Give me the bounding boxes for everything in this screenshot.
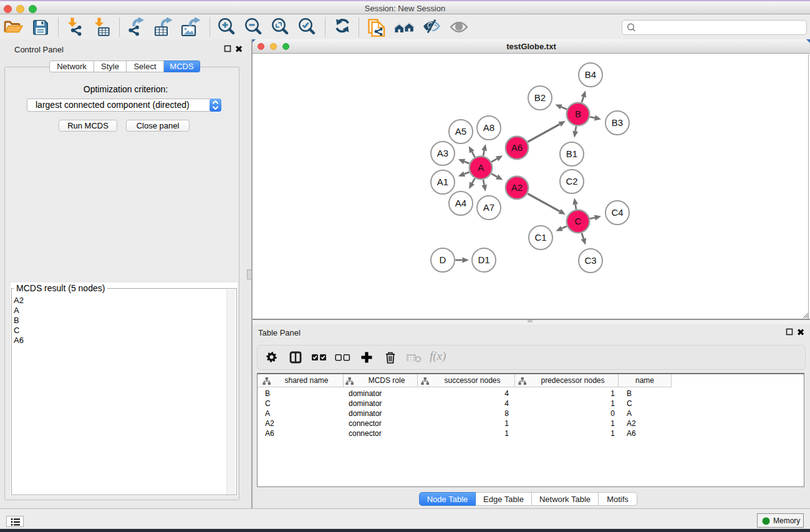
svg-text:A1: A1 bbox=[437, 177, 448, 187]
svg-text:C4: C4 bbox=[611, 207, 623, 218]
svg-text:C2: C2 bbox=[566, 176, 577, 186]
svg-text:D: D bbox=[440, 254, 446, 265]
svg-text:B2: B2 bbox=[534, 92, 546, 103]
svg-text:A3: A3 bbox=[437, 148, 448, 158]
svg-text:B4: B4 bbox=[585, 69, 596, 80]
svg-text:D1: D1 bbox=[478, 254, 489, 265]
svg-text:A: A bbox=[478, 162, 484, 173]
svg-text:C: C bbox=[575, 216, 582, 226]
svg-text:A2: A2 bbox=[511, 182, 523, 193]
svg-text:C3: C3 bbox=[584, 255, 596, 266]
svg-text:C1: C1 bbox=[534, 232, 546, 243]
svg-text:A6: A6 bbox=[511, 142, 523, 153]
svg-text:B: B bbox=[575, 109, 581, 119]
svg-text:A5: A5 bbox=[455, 126, 466, 137]
svg-text:A4: A4 bbox=[455, 198, 466, 208]
svg-text:B3: B3 bbox=[612, 117, 623, 128]
svg-text:A7: A7 bbox=[483, 202, 494, 213]
svg-text:B1: B1 bbox=[566, 148, 577, 159]
svg-text:A8: A8 bbox=[483, 122, 494, 133]
